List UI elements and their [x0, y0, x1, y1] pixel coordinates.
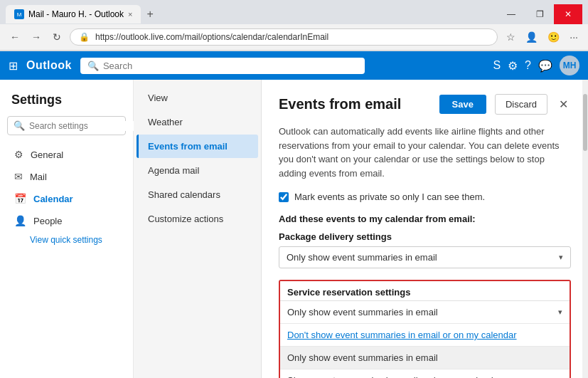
- scrollbar[interactable]: [582, 80, 588, 378]
- package-delivery-label: Package delivery settings: [279, 231, 571, 242]
- service-option-show-all[interactable]: Show event summaries in email and on my …: [280, 369, 570, 378]
- people-icon: 👤: [14, 215, 26, 226]
- app-grid-icon[interactable]: ⊞: [9, 59, 18, 73]
- address-bar[interactable]: 🔒 https://outlook.live.com/mail/options/…: [70, 28, 498, 46]
- package-delivery-section: Package delivery settings Only show even…: [279, 231, 571, 270]
- search-icon: 🔍: [87, 61, 99, 71]
- page-title: Events from email: [279, 96, 431, 112]
- package-delivery-value: Only show event summaries in email: [287, 252, 437, 263]
- close-button[interactable]: ✕: [554, 4, 582, 24]
- address-text: https://outlook.live.com/mail/options/ca…: [95, 32, 488, 42]
- new-tab-button[interactable]: +: [141, 5, 159, 23]
- sidebar-item-calendar[interactable]: 📅 Calendar: [3, 188, 130, 209]
- minimize-button[interactable]: —: [497, 4, 525, 24]
- search-settings-input[interactable]: [29, 121, 136, 131]
- chevron-down-icon-service: ▾: [558, 308, 562, 317]
- private-events-checkbox-row: Mark events as private so only I can see…: [279, 191, 571, 202]
- description-text: Outlook can automatically add events lik…: [279, 125, 563, 180]
- scrollbar-thumb: [583, 94, 587, 151]
- chevron-down-icon: ▾: [559, 253, 563, 262]
- account-button[interactable]: 👤: [523, 28, 540, 46]
- view-quick-settings-link[interactable]: View quick settings: [0, 232, 133, 248]
- service-reservation-header: Service reservation settings: [280, 281, 570, 301]
- favorites-button[interactable]: ☆: [503, 28, 518, 46]
- sidebar: Settings 🔍 ⚙ General ✉ Mail 📅 Calendar 👤…: [0, 80, 134, 378]
- close-panel-button[interactable]: ✕: [556, 95, 571, 114]
- nav-bar: ← → ↻ 🔒 https://outlook.live.com/mail/op…: [0, 24, 588, 51]
- package-delivery-dropdown[interactable]: Only show event summaries in email ▾: [279, 246, 571, 268]
- search-settings-icon: 🔍: [14, 120, 25, 131]
- forward-button[interactable]: →: [28, 28, 44, 46]
- mid-nav-customize-actions[interactable]: Customize actions: [137, 207, 258, 231]
- mid-nav-weather[interactable]: Weather: [137, 110, 258, 134]
- emoji-button[interactable]: 🙂: [545, 28, 562, 46]
- browser-tab[interactable]: M Mail - Mauro H. - Outlook ×: [6, 5, 141, 23]
- title-bar: M Mail - Mauro H. - Outlook × + — ❐ ✕: [0, 0, 588, 24]
- sidebar-item-label-calendar: Calendar: [33, 194, 73, 204]
- help-icon[interactable]: ?: [525, 59, 531, 72]
- header-search[interactable]: 🔍: [80, 58, 365, 74]
- mail-icon: ✉: [14, 171, 23, 182]
- outlook-header: ⊞ Outlook 🔍 S ⚙ ? 💬 MH: [0, 51, 588, 80]
- service-reservation-value: Only show event summaries in email: [287, 307, 438, 317]
- sidebar-item-general[interactable]: ⚙ General: [3, 144, 130, 165]
- private-events-checkbox[interactable]: [279, 192, 289, 202]
- app-layout: Settings 🔍 ⚙ General ✉ Mail 📅 Calendar 👤…: [0, 80, 588, 378]
- maximize-button[interactable]: ❐: [525, 4, 554, 24]
- general-icon: ⚙: [14, 149, 23, 160]
- window-controls: — ❐ ✕: [497, 4, 582, 24]
- search-input[interactable]: [103, 61, 358, 71]
- mid-nav: View Weather Events from email Agenda ma…: [134, 80, 262, 378]
- back-button[interactable]: ←: [7, 28, 23, 46]
- add-events-label: Add these events to my calendar from ema…: [279, 214, 571, 224]
- service-option-only-show[interactable]: Only show event summaries in email: [280, 347, 570, 369]
- sidebar-item-mail[interactable]: ✉ Mail: [3, 166, 130, 187]
- mid-nav-events-from-email[interactable]: Events from email: [137, 135, 258, 158]
- sidebar-item-label-mail: Mail: [30, 172, 47, 182]
- private-events-label: Mark events as private so only I can see…: [294, 191, 485, 202]
- mid-nav-view[interactable]: View: [137, 86, 258, 110]
- mid-nav-agenda-mail[interactable]: Agenda mail: [137, 159, 258, 182]
- chat-icon[interactable]: 💬: [538, 59, 552, 73]
- lock-icon: 🔒: [79, 32, 90, 42]
- save-button[interactable]: Save: [439, 95, 486, 114]
- tab-close-button[interactable]: ×: [128, 10, 132, 19]
- settings-icon[interactable]: ⚙: [508, 59, 518, 73]
- refresh-button[interactable]: ↻: [50, 28, 64, 46]
- main-content: Events from email Save Discard ✕ Outlook…: [262, 80, 588, 378]
- content-header: Events from email Save Discard ✕: [279, 94, 571, 115]
- sidebar-title: Settings: [0, 87, 133, 116]
- search-settings-box[interactable]: 🔍: [7, 116, 126, 135]
- tab-favicon: M: [14, 9, 24, 19]
- tab-title: Mail - Mauro H. - Outlook: [28, 9, 124, 19]
- more-button[interactable]: ···: [567, 28, 581, 46]
- calendar-icon: 📅: [14, 193, 26, 204]
- mid-nav-shared-calendars[interactable]: Shared calendars: [137, 183, 258, 206]
- sidebar-item-label-people: People: [33, 216, 62, 226]
- outlook-logo: Outlook: [26, 59, 72, 72]
- sidebar-item-people[interactable]: 👤 People: [3, 210, 130, 231]
- browser-chrome: M Mail - Mauro H. - Outlook × + — ❐ ✕ ← …: [0, 0, 588, 51]
- sidebar-item-label-general: General: [31, 149, 63, 160]
- discard-button[interactable]: Discard: [495, 94, 547, 115]
- service-reservation-dropdown[interactable]: Only show event summaries in email ▾: [280, 301, 570, 324]
- nav-actions: ☆ 👤 🙂 ···: [503, 28, 581, 46]
- skype-icon[interactable]: S: [493, 59, 501, 72]
- avatar[interactable]: MH: [560, 56, 579, 75]
- service-reservation-box: Service reservation settings Only show e…: [279, 280, 571, 378]
- header-actions: S ⚙ ? 💬 MH: [493, 56, 579, 75]
- service-option-dont-show[interactable]: Don't show event summaries in email or o…: [280, 324, 570, 347]
